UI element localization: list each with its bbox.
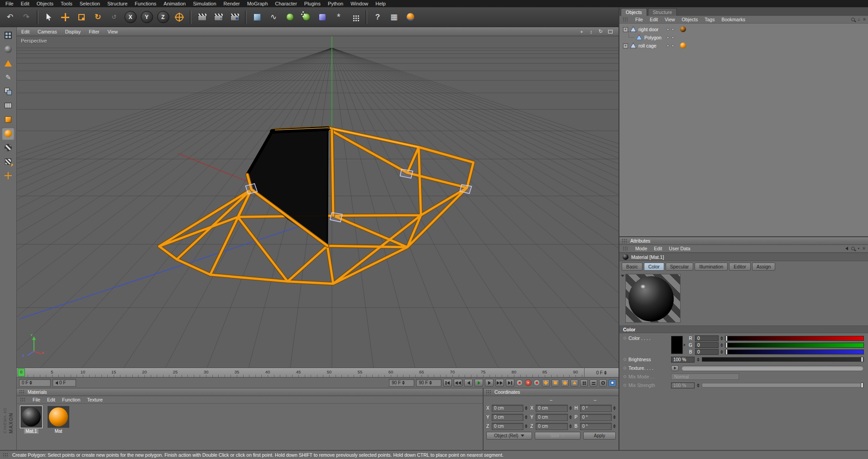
stepper[interactable] [525,424,528,428]
size-y-field[interactable]: 0 cm [536,414,567,421]
color-swatch[interactable] [671,336,683,354]
tab-structure[interactable]: Structure [648,8,677,16]
editor-visibility-dot[interactable] [667,44,669,47]
previous-key-button[interactable] [454,379,462,387]
menu-functions[interactable]: Functions [131,0,160,7]
model-mode-button[interactable] [2,57,14,70]
add-deformer-button[interactable] [315,10,330,25]
polygons-mode-button[interactable] [2,127,14,140]
search-icon[interactable] [851,18,855,21]
tab-specular[interactable]: Specular [666,263,693,271]
menu-tools[interactable]: Tools [57,0,76,7]
stepper[interactable] [720,350,723,354]
search-icon[interactable] [851,247,855,250]
object-label[interactable]: Polygon [644,35,662,40]
slider-handle[interactable] [861,357,863,362]
om-menu-edit[interactable]: Edit [650,17,658,22]
move-tool-button[interactable] [58,10,73,25]
material-preview[interactable] [625,274,681,323]
coordinates-manager-toggle[interactable] [609,379,616,387]
perspective-viewport[interactable]: Perspective [17,36,619,368]
viewport-layout-button[interactable] [2,29,14,42]
current-frame-field[interactable]: 0 F [19,379,51,387]
snap-settings-button[interactable]: * [331,10,346,25]
render-visibility-dot[interactable] [671,36,674,39]
tab-assign[interactable]: Assign [752,263,776,271]
color-section-header[interactable]: Color [619,325,868,333]
previous-frame-button[interactable] [464,379,473,387]
keyframe-ring-icon[interactable] [623,337,626,339]
last-used-tool-button[interactable]: ↺ [106,10,122,25]
edges-mode-button[interactable] [2,113,14,126]
blue-value-field[interactable]: 0 [695,349,719,355]
timeline-frame-field[interactable]: 0 F [584,368,619,377]
swatch-expand-icon[interactable] [684,344,686,346]
material-item[interactable]: Mat.1 [20,406,42,434]
menu-character[interactable]: Character [272,0,301,7]
material-name[interactable]: Mat.1 [24,429,38,434]
tree-row-roll-cage[interactable]: + roll cage [619,42,868,50]
scale-tool-button[interactable] [74,10,89,25]
brightness-field[interactable]: 100 % [671,357,695,363]
om-menu-bookmarks[interactable]: Bookmarks [721,17,745,22]
record-rotation-toggle[interactable] [561,379,569,387]
menu-python[interactable]: Python [324,0,347,7]
om-menu-file[interactable]: File [635,17,643,22]
editor-visibility-dot[interactable] [667,36,669,39]
menu-mograph[interactable]: MoGraph [244,0,272,7]
attributes-header[interactable]: Attributes [619,237,868,245]
record-pla-toggle[interactable] [580,379,588,387]
tab-color[interactable]: Color [644,263,664,271]
visibility-dots[interactable] [667,44,674,47]
history-back-icon[interactable] [845,247,848,250]
timeline-options-button[interactable] [590,379,597,387]
materials-menu-edit[interactable]: Edit [47,397,55,402]
object-label[interactable]: right door [638,27,658,32]
brightness-slider[interactable] [702,357,864,362]
zoom-view-icon[interactable]: ↕ [587,28,595,35]
apply-button[interactable]: Apply [583,432,616,440]
visibility-dots[interactable] [667,28,674,31]
add-generator-button[interactable] [282,10,297,25]
om-menu-tags[interactable]: Tags [705,17,715,22]
render-settings-button[interactable]: ✱ [227,10,242,25]
position-x-field[interactable]: 0 cm [492,405,523,412]
viewport-menu-view[interactable]: View [107,29,118,34]
expand-icon[interactable]: + [623,43,628,48]
material-name[interactable]: Mat [53,429,64,434]
record-position-toggle[interactable] [542,379,550,387]
record-keyframe-button[interactable] [516,379,523,386]
object-axis-mode-button[interactable] [2,155,14,168]
menu-plugins[interactable]: Plugins [301,0,324,7]
object-label[interactable]: roll cage [638,43,657,48]
goto-end-button[interactable] [506,379,514,387]
viewport-menu-cameras[interactable]: Cameras [38,29,57,34]
redo-button[interactable]: ↷ [19,10,34,25]
viewport-menu-edit[interactable]: Edit [21,29,29,34]
panel-grip-icon[interactable] [622,239,628,243]
panel-grip-icon[interactable] [623,17,628,22]
lock-x-axis-button[interactable]: X [123,10,138,25]
texture-mode-button[interactable]: ✎ [2,71,14,84]
visibility-dots[interactable] [667,36,674,39]
tab-illumination[interactable]: Illumination [695,263,728,271]
menu-file[interactable]: File [2,0,17,7]
content-browser-button[interactable]: ▦ [386,10,402,25]
render-view-button[interactable] [194,10,210,25]
stepper[interactable] [569,424,572,428]
menu-icon[interactable]: ≡ [863,17,866,22]
editor-visibility-dot[interactable] [667,28,669,31]
render-picture-viewer-button[interactable]: + [211,10,226,25]
preview-end-field[interactable]: 90 F [416,379,441,387]
attr-menu-mode[interactable]: Mode [635,246,647,251]
frame-stepper[interactable] [604,371,607,375]
panel-grip-icon[interactable] [19,390,25,394]
menu-simulation[interactable]: Simulation [189,0,220,7]
range-end-stepper[interactable] [402,381,405,385]
slider-handle[interactable] [725,335,728,341]
menu-window[interactable]: Window [347,0,372,7]
rotation-h-field[interactable]: 0 ° [580,405,612,412]
stepper[interactable] [525,406,528,410]
preview-end-stepper[interactable] [429,381,432,385]
next-frame-button[interactable] [485,379,494,387]
